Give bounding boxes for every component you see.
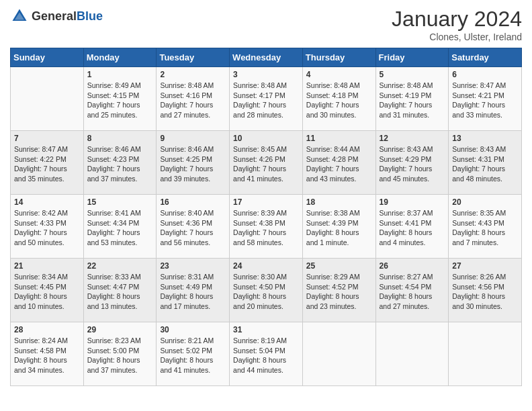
cell-content: Sunrise: 8:35 AMSunset: 4:43 PMDaylight:… <box>452 208 518 248</box>
cell-content: Sunrise: 8:42 AMSunset: 4:33 PMDaylight:… <box>14 208 80 248</box>
calendar-table: SundayMondayTuesdayWednesdayThursdayFrid… <box>10 48 522 386</box>
day-number: 1 <box>87 70 153 79</box>
calendar-cell: 18Sunrise: 8:38 AMSunset: 4:39 PMDayligh… <box>302 195 375 259</box>
calendar-cell: 15Sunrise: 8:41 AMSunset: 4:34 PMDayligh… <box>83 195 157 259</box>
cell-content: Sunrise: 8:48 AMSunset: 4:19 PMDaylight:… <box>380 81 445 120</box>
day-number: 29 <box>87 325 153 334</box>
calendar-cell: 11Sunrise: 8:44 AMSunset: 4:28 PMDayligh… <box>302 131 375 195</box>
calendar-cell: 7Sunrise: 8:47 AMSunset: 4:22 PMDaylight… <box>11 131 84 195</box>
calendar-cell <box>11 67 84 131</box>
cell-content: Sunrise: 8:33 AMSunset: 4:47 PMDaylight:… <box>87 272 153 312</box>
day-number: 11 <box>306 134 372 143</box>
day-number: 31 <box>233 325 299 334</box>
day-number: 17 <box>233 197 299 207</box>
cell-content: Sunrise: 8:31 AMSunset: 4:49 PMDaylight:… <box>160 272 226 312</box>
header-friday: Friday <box>375 48 449 67</box>
calendar-cell: 24Sunrise: 8:30 AMSunset: 4:50 PMDayligh… <box>230 259 303 322</box>
calendar-cell: 8Sunrise: 8:46 AMSunset: 4:23 PMDaylight… <box>83 131 157 195</box>
cell-content: Sunrise: 8:41 AMSunset: 4:34 PMDaylight:… <box>87 208 153 248</box>
calendar-cell <box>375 322 449 386</box>
cell-content: Sunrise: 8:40 AMSunset: 4:36 PMDaylight:… <box>160 208 226 248</box>
cell-content: Sunrise: 8:48 AMSunset: 4:18 PMDaylight:… <box>306 81 372 120</box>
calendar-cell: 13Sunrise: 8:43 AMSunset: 4:31 PMDayligh… <box>449 131 522 195</box>
day-number: 25 <box>306 261 372 271</box>
cell-content: Sunrise: 8:29 AMSunset: 4:52 PMDaylight:… <box>306 272 372 312</box>
day-number: 18 <box>306 197 372 207</box>
calendar-cell: 5Sunrise: 8:48 AMSunset: 4:19 PMDaylight… <box>375 67 449 131</box>
cell-content: Sunrise: 8:46 AMSunset: 4:23 PMDaylight:… <box>87 144 153 184</box>
calendar-cell: 4Sunrise: 8:48 AMSunset: 4:18 PMDaylight… <box>302 67 375 131</box>
calendar-cell: 1Sunrise: 8:49 AMSunset: 4:15 PMDaylight… <box>83 67 157 131</box>
calendar-cell: 28Sunrise: 8:24 AMSunset: 4:58 PMDayligh… <box>11 322 84 386</box>
day-number: 6 <box>452 70 518 79</box>
day-number: 5 <box>380 70 445 79</box>
logo-text-general: General <box>32 9 77 23</box>
calendar-cell: 20Sunrise: 8:35 AMSunset: 4:43 PMDayligh… <box>449 195 522 259</box>
calendar-cell: 19Sunrise: 8:37 AMSunset: 4:41 PMDayligh… <box>375 195 449 259</box>
day-number: 7 <box>14 134 80 143</box>
day-number: 24 <box>233 261 299 271</box>
cell-content: Sunrise: 8:38 AMSunset: 4:39 PMDaylight:… <box>306 208 372 248</box>
calendar-header-row: SundayMondayTuesdayWednesdayThursdayFrid… <box>11 48 522 67</box>
cell-content: Sunrise: 8:34 AMSunset: 4:45 PMDaylight:… <box>14 272 80 312</box>
cell-content: Sunrise: 8:43 AMSunset: 4:29 PMDaylight:… <box>380 144 445 184</box>
calendar-cell: 2Sunrise: 8:48 AMSunset: 4:16 PMDaylight… <box>157 67 230 131</box>
day-number: 27 <box>452 261 518 271</box>
day-number: 4 <box>306 70 372 79</box>
header-tuesday: Tuesday <box>157 48 230 67</box>
cell-content: Sunrise: 8:46 AMSunset: 4:25 PMDaylight:… <box>160 144 226 184</box>
header-saturday: Saturday <box>449 48 522 67</box>
calendar-cell <box>449 322 522 386</box>
day-number: 13 <box>452 134 518 143</box>
day-number: 23 <box>160 261 226 271</box>
day-number: 2 <box>160 70 226 79</box>
cell-content: Sunrise: 8:23 AMSunset: 5:00 PMDaylight:… <box>87 336 153 375</box>
cell-content: Sunrise: 8:45 AMSunset: 4:26 PMDaylight:… <box>233 144 299 184</box>
day-number: 28 <box>14 325 80 334</box>
cell-content: Sunrise: 8:48 AMSunset: 4:17 PMDaylight:… <box>233 81 299 120</box>
week-row-0: 1Sunrise: 8:49 AMSunset: 4:15 PMDaylight… <box>11 67 522 131</box>
calendar-cell <box>302 322 375 386</box>
calendar-cell: 12Sunrise: 8:43 AMSunset: 4:29 PMDayligh… <box>375 131 449 195</box>
calendar-cell: 25Sunrise: 8:29 AMSunset: 4:52 PMDayligh… <box>302 259 375 322</box>
day-number: 20 <box>452 197 518 207</box>
day-number: 30 <box>160 325 226 334</box>
calendar-cell: 21Sunrise: 8:34 AMSunset: 4:45 PMDayligh… <box>11 259 84 322</box>
calendar-cell: 17Sunrise: 8:39 AMSunset: 4:38 PMDayligh… <box>230 195 303 259</box>
logo-icon <box>10 7 29 26</box>
calendar-cell: 23Sunrise: 8:31 AMSunset: 4:49 PMDayligh… <box>157 259 230 322</box>
cell-content: Sunrise: 8:43 AMSunset: 4:31 PMDaylight:… <box>452 144 518 184</box>
cell-content: Sunrise: 8:48 AMSunset: 4:16 PMDaylight:… <box>160 81 226 120</box>
cell-content: Sunrise: 8:44 AMSunset: 4:28 PMDaylight:… <box>306 144 372 184</box>
day-number: 14 <box>14 197 80 207</box>
day-number: 26 <box>380 261 445 271</box>
logo: GeneralBlue <box>10 7 103 26</box>
calendar-cell: 22Sunrise: 8:33 AMSunset: 4:47 PMDayligh… <box>83 259 157 322</box>
calendar-cell: 14Sunrise: 8:42 AMSunset: 4:33 PMDayligh… <box>11 195 84 259</box>
header-sunday: Sunday <box>11 48 84 67</box>
day-number: 16 <box>160 197 226 207</box>
cell-content: Sunrise: 8:19 AMSunset: 5:04 PMDaylight:… <box>233 336 299 375</box>
day-number: 9 <box>160 134 226 143</box>
calendar-cell: 10Sunrise: 8:45 AMSunset: 4:26 PMDayligh… <box>230 131 303 195</box>
calendar-cell: 26Sunrise: 8:27 AMSunset: 4:54 PMDayligh… <box>375 259 449 322</box>
calendar-cell: 31Sunrise: 8:19 AMSunset: 5:04 PMDayligh… <box>230 322 303 386</box>
cell-content: Sunrise: 8:37 AMSunset: 4:41 PMDaylight:… <box>380 208 445 248</box>
day-number: 22 <box>87 261 153 271</box>
calendar-cell: 30Sunrise: 8:21 AMSunset: 5:02 PMDayligh… <box>157 322 230 386</box>
calendar-cell: 16Sunrise: 8:40 AMSunset: 4:36 PMDayligh… <box>157 195 230 259</box>
day-number: 10 <box>233 134 299 143</box>
calendar-cell: 3Sunrise: 8:48 AMSunset: 4:17 PMDaylight… <box>230 67 303 131</box>
cell-content: Sunrise: 8:49 AMSunset: 4:15 PMDaylight:… <box>87 81 153 120</box>
header-thursday: Thursday <box>302 48 375 67</box>
header-monday: Monday <box>83 48 157 67</box>
calendar-cell: 29Sunrise: 8:23 AMSunset: 5:00 PMDayligh… <box>83 322 157 386</box>
day-number: 19 <box>380 197 445 207</box>
calendar-cell: 27Sunrise: 8:26 AMSunset: 4:56 PMDayligh… <box>449 259 522 322</box>
day-number: 15 <box>87 197 153 207</box>
logo-text-blue: Blue <box>77 9 103 23</box>
title-block: January 2024 Clones, Ulster, Ireland <box>392 7 522 42</box>
cell-content: Sunrise: 8:30 AMSunset: 4:50 PMDaylight:… <box>233 272 299 312</box>
cell-content: Sunrise: 8:24 AMSunset: 4:58 PMDaylight:… <box>14 336 80 375</box>
cell-content: Sunrise: 8:27 AMSunset: 4:54 PMDaylight:… <box>380 272 445 312</box>
